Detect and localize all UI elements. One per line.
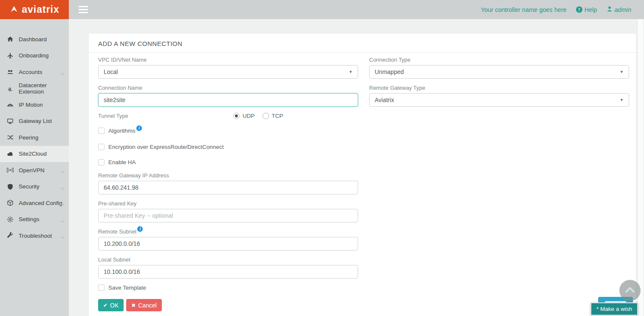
vpc-id-field: VPC ID/VNet Name Local ▼ [98, 57, 358, 79]
sidebar-item-peering[interactable]: Peering [0, 129, 69, 146]
radio-unselected-icon [263, 113, 269, 119]
algorithms-checkbox-row[interactable]: Algorithms i [98, 128, 358, 134]
help-icon: ? [576, 6, 582, 13]
sidebar-item-accounts[interactable]: Accounts [0, 64, 69, 80]
remote-gateway-ip-label: Remote Gateway IP Address [98, 172, 358, 179]
top-header-bar: aviatrix Your controller name goes here … [0, 0, 644, 19]
sidebar-item-site2cloud[interactable]: Site2Cloud [0, 146, 69, 162]
info-icon[interactable]: i [136, 125, 142, 131]
enable-ha-checkbox[interactable] [98, 159, 105, 165]
remote-gateway-type-label: Remote Gateway Type [369, 85, 629, 91]
chevron-down-icon [60, 201, 65, 204]
algorithms-checkbox[interactable] [98, 128, 105, 134]
app-window: aviatrix Your controller name goes here … [0, 0, 644, 316]
bridge-icon [7, 101, 14, 108]
chevron-up-icon [624, 286, 636, 295]
sidebar-item-dashboard[interactable]: Dashboard [0, 31, 69, 48]
sidebar-item-security[interactable]: Security [0, 179, 69, 195]
aviatrix-logo-icon [9, 5, 19, 15]
add-connection-card: ADD A NEW CONNECTION VPC ID/VNet Name Lo… [88, 33, 636, 316]
broadcast-icon [7, 167, 14, 174]
plane-icon [7, 52, 14, 59]
local-subnet-input[interactable] [98, 265, 358, 279]
svg-text:a: a [8, 85, 11, 91]
sidebar-item-datacenter-extension[interactable]: a Datacenter Extension [0, 80, 69, 97]
tunnel-type-tcp-radio[interactable]: TCP [263, 113, 283, 119]
gear-icon [7, 216, 14, 223]
sidebar-item-openvpn[interactable]: OpenVPN [0, 162, 69, 179]
user-menu[interactable]: admin [607, 6, 632, 13]
local-subnet-field: Local Subnet [98, 256, 358, 279]
sidebar-item-advanced-config[interactable]: Advanced Config [0, 195, 69, 211]
select-caret-icon: ▼ [620, 70, 624, 74]
pre-shared-key-field: Pre-shared Key [98, 200, 358, 222]
encryption-checkbox[interactable] [98, 144, 105, 150]
help-link[interactable]: ? Help [576, 6, 597, 13]
aviatrix-logo[interactable]: aviatrix [0, 0, 69, 19]
tunnel-type-udp-radio[interactable]: UDP [233, 113, 255, 119]
user-icon [607, 6, 613, 13]
radio-selected-icon [233, 113, 240, 119]
page-title: ADD A NEW CONNECTION [89, 34, 636, 53]
chevron-down-icon [60, 218, 65, 221]
sidebar-item-settings[interactable]: Settings [0, 211, 69, 228]
sidebar-item-ip-motion[interactable]: IP Motion [0, 97, 69, 113]
local-subnet-label: Local Subnet [98, 256, 358, 263]
chevron-down-icon [60, 234, 65, 237]
pre-shared-key-input[interactable] [98, 209, 358, 222]
save-template-checkbox-row[interactable]: Save Template [98, 285, 358, 291]
info-icon[interactable]: i [137, 226, 143, 232]
brand-name: aviatrix [22, 4, 59, 15]
pre-shared-key-label: Pre-shared Key [98, 200, 358, 207]
make-a-wish-button[interactable]: * Make a wish [590, 302, 638, 316]
save-template-checkbox[interactable] [98, 285, 105, 291]
connection-name-field: Connection Name [98, 85, 358, 107]
sidebar-item-onboarding[interactable]: Onboarding [0, 48, 69, 64]
vpc-id-select[interactable]: Local ▼ [98, 65, 358, 79]
vertical-scrollbar[interactable] [637, 19, 643, 316]
sidebar-item-troubleshoot[interactable]: Troubleshoot [0, 228, 69, 244]
sidebar-nav: Dashboard Onboarding Accounts a Datacent… [0, 19, 69, 316]
shield-icon [7, 183, 14, 190]
remote-subnet-input[interactable] [98, 237, 358, 251]
home-icon [7, 36, 14, 43]
monitor-icon [7, 118, 14, 125]
cancel-button[interactable]: ✖ Cancel [126, 299, 162, 311]
controller-name-link[interactable]: Your controller name goes here [481, 6, 567, 13]
ok-button[interactable]: ✔ OK [98, 299, 124, 311]
remote-subnet-label: Remote Subnet i [98, 228, 358, 235]
shuffle-icon [7, 134, 14, 141]
chevron-down-icon [60, 70, 65, 73]
sidebar-item-gateway-list[interactable]: Gateway List [0, 113, 69, 130]
check-icon: ✔ [103, 302, 107, 308]
wrench-icon [7, 232, 14, 239]
tunnel-type-label: Tunnel Type [98, 113, 358, 119]
encryption-checkbox-row[interactable]: Encryption over ExpressRoute/DirectConne… [98, 144, 358, 150]
remote-gateway-type-select[interactable]: Aviatrix ▼ [369, 93, 629, 107]
remote-gateway-type-field: Remote Gateway Type Aviatrix ▼ [369, 85, 629, 107]
select-caret-icon: ▼ [349, 70, 353, 74]
remote-subnet-field: Remote Subnet i [98, 228, 358, 251]
scroll-to-top-button[interactable] [619, 280, 641, 301]
remote-gateway-ip-input[interactable] [98, 181, 358, 194]
connection-type-select[interactable]: Unmapped ▼ [369, 65, 629, 79]
users-icon [7, 68, 14, 75]
amazon-a-icon: a [7, 85, 14, 92]
hamburger-menu-icon[interactable] [79, 6, 88, 13]
enable-ha-checkbox-row[interactable]: Enable HA [98, 159, 358, 165]
connection-type-label: Connection Type [369, 57, 629, 63]
connection-type-field: Connection Type Unmapped ▼ [369, 57, 629, 79]
select-caret-icon: ▼ [620, 98, 624, 102]
vpc-id-label: VPC ID/VNet Name [98, 57, 358, 63]
connection-name-label: Connection Name [98, 85, 358, 91]
close-icon: ✖ [131, 302, 136, 308]
cloud-icon [7, 151, 14, 157]
tunnel-type-field: Tunnel Type UDP TCP [98, 113, 358, 120]
remote-gateway-ip-field: Remote Gateway IP Address [98, 172, 358, 194]
cube-icon [7, 199, 14, 206]
connection-name-input[interactable] [98, 93, 358, 107]
chevron-down-icon [60, 185, 65, 188]
chevron-down-icon [60, 168, 65, 171]
